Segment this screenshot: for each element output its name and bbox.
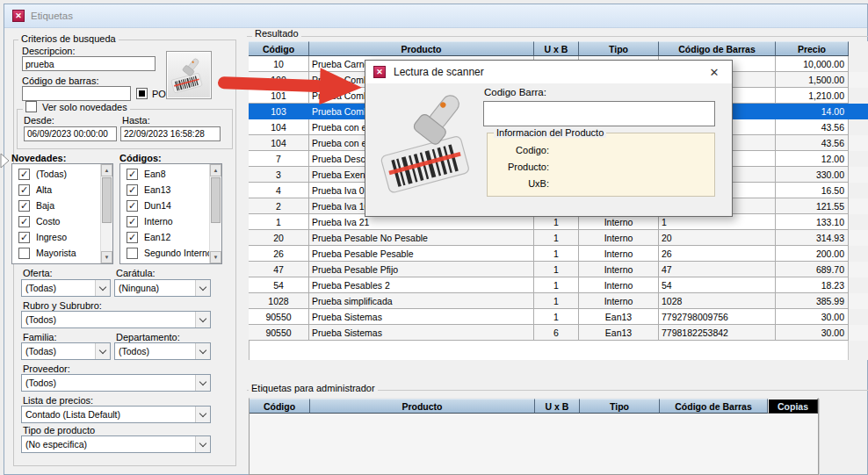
checked-checkbox[interactable]: ✓: [127, 232, 138, 243]
column-header-barras[interactable]: Código de Barras: [659, 41, 776, 56]
column-header-codigo[interactable]: Código: [250, 399, 310, 414]
list-item[interactable]: ✓Costo: [12, 213, 100, 229]
column-header-codigo[interactable]: Código: [249, 41, 309, 56]
window-titlebar[interactable]: ✕ Etiquetas: [4, 4, 867, 28]
cell-tipo: Interno: [579, 246, 659, 262]
info-group-label: Informacion del Producto: [494, 127, 606, 138]
column-header-copias[interactable]: Copias: [768, 399, 818, 414]
cell-precio: 30.00: [776, 309, 849, 325]
list-item[interactable]: ✓Ingreso: [12, 229, 100, 245]
close-icon[interactable]: ✕: [705, 63, 724, 81]
list-item[interactable]: Segundo Interno: [120, 245, 209, 261]
tipo-producto-select[interactable]: (No especifica): [21, 435, 211, 453]
column-header-precio[interactable]: Precio: [776, 41, 849, 56]
column-header-barras[interactable]: Código de Barras: [660, 399, 768, 414]
dropdown-button[interactable]: [95, 280, 110, 296]
departamento-select[interactable]: (Todos): [114, 342, 211, 360]
list-item[interactable]: Mayorista: [12, 245, 100, 261]
cell-uxb: 1: [534, 246, 579, 262]
desde-input[interactable]: [24, 126, 117, 141]
oferta-select[interactable]: (Todas): [21, 279, 111, 297]
cell-precio: 30.00: [776, 325, 849, 341]
caratula-select[interactable]: (Ninguna): [114, 279, 211, 297]
row-filler: [849, 293, 868, 309]
codigo-barras-input[interactable]: [22, 86, 131, 101]
checked-checkbox[interactable]: ✓: [127, 216, 138, 227]
list-item-label: Interno: [144, 216, 173, 227]
list-item[interactable]: ✓Dun14: [120, 198, 209, 213]
unchecked-checkbox[interactable]: [18, 248, 30, 259]
checked-checkbox[interactable]: ✓: [127, 184, 138, 196]
list-item[interactable]: ✓Ean12: [120, 229, 209, 245]
checked-checkbox[interactable]: ✓: [18, 216, 30, 227]
resultado-group-line: [247, 36, 868, 37]
codigo-barra-input[interactable]: [483, 101, 715, 126]
codigos-scrollbar[interactable]: ▲ ▼: [209, 164, 221, 263]
scanner-button[interactable]: [166, 51, 212, 99]
novedades-listbox[interactable]: ✓(Todas)✓Alta✓Baja✓Costo✓IngresoMayorist…: [11, 163, 113, 264]
dropdown-button[interactable]: [195, 436, 210, 452]
column-header-uxb[interactable]: U x B: [534, 41, 579, 56]
scroll-down-icon[interactable]: ▼: [210, 251, 221, 263]
list-item[interactable]: ✓(Todas): [12, 166, 100, 182]
hasta-input[interactable]: [120, 126, 221, 141]
lista-precios-select[interactable]: Contado (Lista Default): [21, 406, 211, 423]
checked-checkbox[interactable]: ✓: [127, 169, 138, 180]
rubro-label: Rubro y Subrubro:: [23, 300, 102, 311]
cell-uxb: 1: [534, 277, 579, 293]
table-row[interactable]: 90550Prueba Sistemas1Ean1377927980097563…: [249, 309, 868, 325]
dropdown-button[interactable]: [195, 343, 210, 359]
criterios-group-label: Criterios de busqueda: [18, 33, 119, 44]
tipo-producto-value: (No especifica): [22, 439, 195, 450]
list-item[interactable]: ✓Baja: [12, 198, 100, 213]
column-header-producto[interactable]: Producto: [310, 399, 535, 414]
column-header-producto[interactable]: Producto: [309, 41, 534, 56]
dialog-titlebar[interactable]: ✕ Lectura de scanner ✕: [365, 61, 732, 83]
checked-checkbox[interactable]: ✓: [18, 184, 30, 196]
list-item[interactable]: ✓Interno: [120, 213, 209, 229]
familia-select[interactable]: (Todas): [21, 342, 111, 360]
chevron-down-icon: [99, 283, 106, 290]
list-item-label: Costo: [36, 216, 60, 227]
scroll-up-icon[interactable]: ▲: [210, 164, 221, 176]
unchecked-checkbox[interactable]: [127, 248, 138, 259]
table-row[interactable]: 47Prueba Pesable Pfijo1Interno47689.70: [249, 262, 868, 277]
checked-checkbox[interactable]: ✓: [18, 232, 30, 243]
table-row[interactable]: 20Prueba Pesable No Pesable1Interno20314…: [249, 230, 868, 246]
row-filler: [849, 119, 868, 135]
checked-checkbox[interactable]: ✓: [18, 169, 30, 180]
scrollbar-thumb[interactable]: [211, 177, 221, 223]
dropdown-button[interactable]: [195, 280, 210, 296]
ver-solo-novedades[interactable]: Ver solo novedades: [23, 101, 130, 112]
dropdown-button[interactable]: [195, 375, 210, 391]
list-item[interactable]: ✓Ean8: [120, 166, 209, 182]
table-row[interactable]: 1028Prueba simplificada1Interno1028385.9…: [249, 293, 868, 309]
row-filler: [849, 214, 868, 230]
dropdown-button[interactable]: [195, 312, 210, 327]
rubro-select[interactable]: (Todos): [21, 311, 211, 328]
cell-precio: 43.56: [776, 135, 849, 151]
table-row[interactable]: 90550Prueba Sistemas6Ean1377981822538423…: [249, 325, 868, 341]
descripcion-input[interactable]: [22, 56, 156, 71]
codigos-listbox[interactable]: ✓Ean8✓Ean13✓Dun14✓Interno✓Ean12Segundo I…: [119, 163, 222, 264]
cell-precio: 314.93: [776, 230, 849, 246]
dropdown-button[interactable]: [195, 407, 210, 422]
table-row[interactable]: 54Prueba Pesables 21Interno5418.23: [249, 277, 868, 293]
novedades-scrollbar[interactable]: ▲ ▼: [100, 164, 112, 263]
codigo-barras-label: Código de barras:: [22, 76, 98, 86]
scroll-up-icon[interactable]: ▲: [101, 164, 112, 176]
checked-checkbox[interactable]: ✓: [127, 200, 138, 212]
ver-solo-novedades-checkbox[interactable]: [25, 101, 37, 112]
table-row[interactable]: 26Prueba Pesable Pesable1Interno26200.00: [249, 246, 868, 262]
scroll-down-icon[interactable]: ▼: [101, 251, 112, 263]
dropdown-button[interactable]: [95, 343, 110, 359]
list-item[interactable]: ✓Ean13: [120, 182, 209, 198]
column-header-tipo[interactable]: Tipo: [580, 399, 660, 414]
list-item[interactable]: ✓Alta: [12, 182, 100, 198]
pos-checkbox[interactable]: [136, 88, 148, 99]
proveedor-select[interactable]: (Todos): [21, 374, 211, 392]
checked-checkbox[interactable]: ✓: [18, 200, 30, 212]
scrollbar-thumb[interactable]: [102, 177, 112, 223]
column-header-tipo[interactable]: Tipo: [579, 41, 659, 56]
column-header-uxb[interactable]: U x B: [535, 399, 580, 414]
